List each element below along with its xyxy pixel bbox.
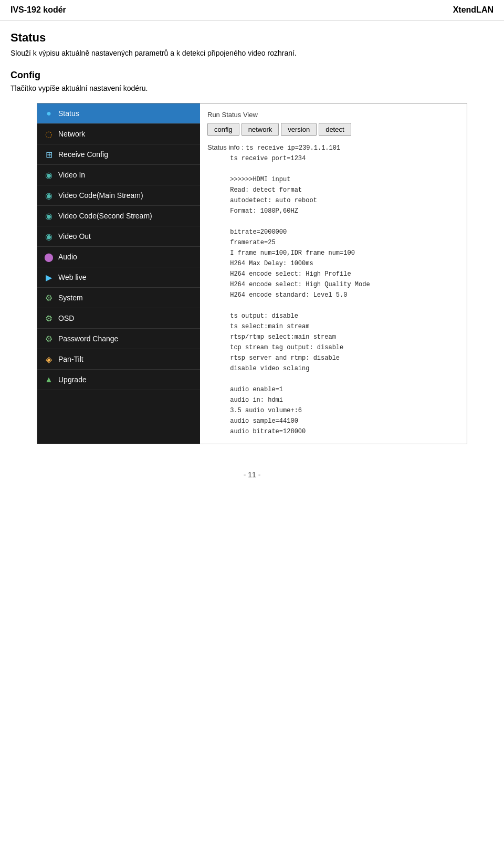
sidebar-item-video-in[interactable]: ◉Video In [37,165,200,185]
header-right: XtendLAN [453,5,494,15]
header-left: IVS-192 kodér [10,5,66,15]
sidebar-label-video-in: Video In [58,171,85,179]
status-section: Status Slouží k výpisu aktuálně nastaven… [10,31,494,57]
sidebar-label-system: System [58,294,83,302]
config-description: Tlačítko vypíše aktuální nastavení kodér… [10,84,494,92]
status-info-label: Status info : [207,143,244,151]
sidebar-label-web-live: Web live [58,273,86,281]
sidebar-label-status: Status [58,109,79,118]
config-section: Config Tlačítko vypíše aktuální nastaven… [10,70,494,92]
network-icon: ◌ [44,129,54,139]
status-icon: ● [44,108,54,119]
sidebar-item-video-code-main[interactable]: ◉Video Code(Main Stream) [37,185,200,206]
sidebar-label-password-change: Password Change [58,334,118,343]
ui-panel: ●Status◌Network⊞Receive Config◉Video In◉… [37,103,467,444]
status-info-area: Status info : ts receive ip=239.1.1.101 … [207,142,459,436]
audio-icon: ⬤ [44,252,54,262]
sidebar-label-audio: Audio [58,253,77,261]
sidebar-item-receive-config[interactable]: ⊞Receive Config [37,144,200,165]
sidebar-item-network[interactable]: ◌Network [37,124,200,144]
run-status-label: Run Status View [207,111,459,119]
page-footer: - 11 - [0,455,504,489]
web-live-icon: ▶ [44,272,54,283]
pan-tilt-icon: ◈ [44,354,54,364]
version-button[interactable]: version [281,123,317,136]
sidebar-item-system[interactable]: ⚙System [37,288,200,308]
page-number: - 11 - [244,470,261,479]
sidebar-label-video-out: Video Out [58,232,91,240]
video-in-icon: ◉ [44,170,54,180]
sidebar-item-video-code-second[interactable]: ◉Video Code(Second Stream) [37,206,200,226]
main-area: Run Status View confignetworkversiondete… [200,103,467,444]
password-change-icon: ⚙ [44,333,54,344]
config-title: Config [10,70,494,81]
sidebar-item-pan-tilt[interactable]: ◈Pan-Tilt [37,349,200,370]
video-out-icon: ◉ [44,231,54,242]
status-title: Status [10,31,494,45]
sidebar-item-osd[interactable]: ⚙OSD [37,308,200,329]
sidebar-label-osd: OSD [58,314,74,322]
video-code-second-icon: ◉ [44,211,54,221]
detect-button[interactable]: detect [319,123,351,136]
sidebar-label-video-code-main: Video Code(Main Stream) [58,191,143,200]
sidebar-item-password-change[interactable]: ⚙Password Change [37,329,200,349]
sidebar-label-network: Network [58,130,85,138]
sidebar-label-pan-tilt: Pan-Tilt [58,355,83,363]
sidebar-item-upgrade[interactable]: ▲Upgrade [37,370,200,390]
osd-icon: ⚙ [44,313,54,323]
receive-config-icon: ⊞ [44,149,54,160]
sidebar-label-video-code-second: Video Code(Second Stream) [58,212,152,220]
network-button[interactable]: network [242,123,279,136]
sidebar-label-receive-config: Receive Config [58,150,108,159]
button-row: confignetworkversiondetect [207,123,459,136]
sidebar-item-status[interactable]: ●Status [37,103,200,124]
system-icon: ⚙ [44,292,54,303]
status-text: ts receive ip=239.1.1.101 ts receive por… [207,144,370,435]
sidebar-item-audio[interactable]: ⬤Audio [37,247,200,267]
config-button[interactable]: config [207,123,239,136]
sidebar-item-web-live[interactable]: ▶Web live [37,267,200,288]
video-code-main-icon: ◉ [44,190,54,201]
page-header: IVS-192 kodér XtendLAN [0,0,504,20]
sidebar-label-upgrade: Upgrade [58,375,87,384]
sidebar-item-video-out[interactable]: ◉Video Out [37,226,200,247]
status-description: Slouží k výpisu aktuálně nastavených par… [10,49,494,57]
sidebar: ●Status◌Network⊞Receive Config◉Video In◉… [37,103,200,444]
upgrade-icon: ▲ [44,374,54,385]
